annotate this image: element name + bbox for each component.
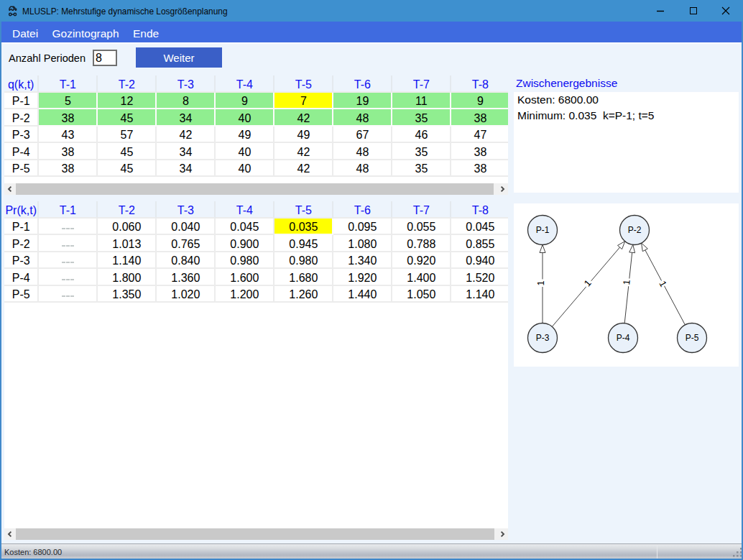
svg-text:P-1: P-1: [536, 225, 550, 235]
svg-text:1: 1: [657, 279, 669, 288]
svg-text:1: 1: [582, 277, 594, 288]
svg-text:P-5: P-5: [686, 333, 699, 343]
svg-text:1: 1: [621, 279, 632, 285]
svg-text:P-4: P-4: [617, 333, 630, 343]
svg-text:P-3: P-3: [536, 333, 550, 343]
svg-text:P-2: P-2: [628, 225, 642, 235]
svg-text:1: 1: [535, 280, 546, 285]
